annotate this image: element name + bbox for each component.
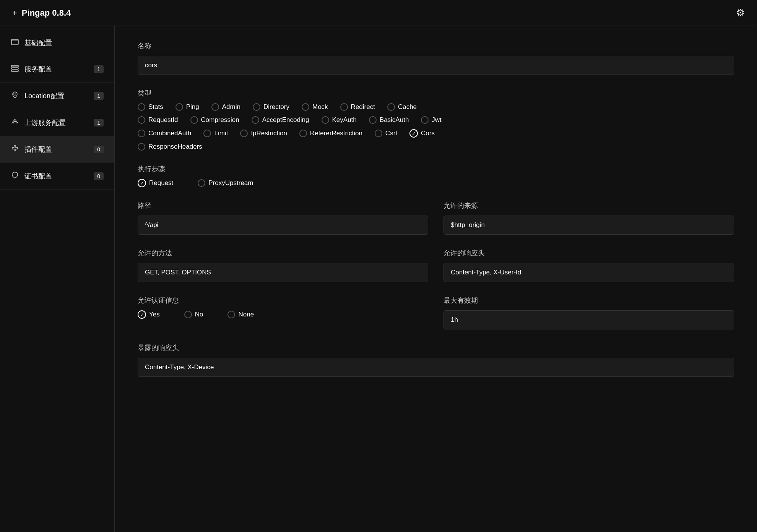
sidebar-item-upstream[interactable]: 上游服务配置 1 (0, 109, 114, 136)
sidebar-item-service[interactable]: 服务配置 1 (0, 56, 114, 83)
sidebar-item-basic[interactable]: 基础配置 (0, 30, 114, 56)
iprestriction-label: IpRestriction (251, 130, 287, 137)
credentials-yes-label: Yes (149, 311, 160, 318)
svg-rect-2 (11, 65, 18, 67)
response-headers-input[interactable] (443, 263, 734, 282)
type-admin[interactable]: Admin (211, 103, 240, 111)
type-ping[interactable]: Ping (175, 103, 199, 111)
credentials-none-label: None (238, 311, 254, 318)
step-section: 执行步骤 ✓ Request ProxyUpstream (138, 164, 734, 187)
credentials-no[interactable]: No (184, 311, 203, 318)
credentials-none-radio (227, 311, 235, 318)
type-keyauth[interactable]: KeyAuth (322, 116, 357, 124)
type-cors[interactable]: ✓ Cors (409, 129, 435, 138)
cors-label: Cors (421, 130, 435, 137)
limit-radio (203, 130, 211, 137)
acceptencoding-label: AcceptEncoding (262, 116, 309, 124)
ping-label: Ping (186, 103, 199, 111)
cors-check: ✓ (409, 129, 418, 138)
methods-field: 允许的方法 (138, 248, 428, 282)
upstream-config-label: 上游服务配置 (24, 118, 66, 127)
path-input[interactable] (138, 216, 428, 235)
stats-label: Stats (148, 103, 163, 111)
type-acceptencoding[interactable]: AcceptEncoding (252, 116, 309, 124)
sidebar-item-cert[interactable]: 证书配置 0 (0, 163, 114, 190)
type-redirect[interactable]: Redirect (340, 103, 375, 111)
cert-config-icon (11, 171, 19, 181)
type-referrerrestriction[interactable]: RefererRestriction (299, 130, 362, 137)
redirect-radio (340, 103, 348, 111)
type-cache[interactable]: Cache (387, 103, 417, 111)
type-compression[interactable]: Compression (190, 116, 239, 124)
requestid-radio (138, 116, 145, 124)
limit-label: Limit (214, 130, 228, 137)
methods-rheaders-section: 允许的方法 允许的响应头 (138, 248, 734, 282)
credentials-no-radio (184, 311, 192, 318)
compression-radio (190, 116, 198, 124)
plugin-config-icon (11, 144, 19, 154)
directory-radio (253, 103, 260, 111)
sidebar: 基础配置 服务配置 1 (0, 26, 115, 532)
credentials-radio-group: ✓ Yes No None (138, 310, 428, 319)
combinedauth-radio (138, 130, 145, 137)
request-label: Request (149, 179, 173, 187)
stats-radio (138, 103, 145, 111)
type-label: 类型 (138, 89, 734, 98)
type-directory[interactable]: Directory (253, 103, 289, 111)
type-requestid[interactable]: RequestId (138, 116, 178, 124)
referrerrestriction-label: RefererRestriction (310, 130, 362, 137)
path-label: 路径 (138, 201, 428, 210)
type-jwt[interactable]: Jwt (421, 116, 442, 124)
redirect-label: Redirect (351, 103, 375, 111)
max-age-field: 最大有效期 (443, 296, 734, 329)
type-section: 类型 Stats Ping Admin Directory (138, 89, 734, 151)
type-limit[interactable]: Limit (203, 130, 228, 137)
svg-point-5 (14, 93, 16, 95)
location-config-icon (11, 91, 19, 101)
expose-headers-label: 暴露的响应头 (138, 343, 734, 352)
credentials-yes-check: ✓ (138, 310, 146, 319)
expose-headers-section: 暴露的响应头 (138, 343, 734, 377)
mock-radio (302, 103, 309, 111)
settings-icon[interactable]: ⚙ (736, 7, 745, 19)
acceptencoding-radio (252, 116, 259, 124)
credentials-none[interactable]: None (227, 311, 254, 318)
type-combinedauth[interactable]: CombinedAuth (138, 130, 191, 137)
sidebar-item-location[interactable]: Location配置 1 (0, 83, 114, 109)
responseheaders-radio (138, 143, 145, 151)
app-title: Pingap 0.8.4 (22, 8, 71, 18)
type-responseheaders[interactable]: ResponseHeaders (138, 143, 202, 151)
proxyupstream-label: ProxyUpstream (208, 179, 253, 187)
location-config-label: Location配置 (24, 91, 64, 101)
type-radio-group: Stats Ping Admin Directory Mock (138, 103, 734, 151)
credentials-maxage-section: 允许认证信息 ✓ Yes No None (138, 296, 734, 329)
type-csrf[interactable]: Csrf (375, 130, 397, 137)
sidebar-item-plugin[interactable]: 插件配置 0 (0, 136, 114, 163)
type-mock[interactable]: Mock (302, 103, 328, 111)
main-layout: 基础配置 服务配置 1 (0, 26, 757, 532)
app-logo: + (12, 8, 17, 18)
admin-radio (211, 103, 219, 111)
step-request[interactable]: ✓ Request (138, 179, 173, 187)
path-field: 路径 (138, 201, 428, 235)
type-basicauth[interactable]: BasicAuth (369, 116, 409, 124)
basic-config-icon (11, 39, 19, 47)
credentials-label: 允许认证信息 (138, 296, 428, 305)
type-stats[interactable]: Stats (138, 103, 163, 111)
origin-input[interactable] (443, 216, 734, 235)
max-age-input[interactable] (443, 310, 734, 329)
methods-label: 允许的方法 (138, 248, 428, 258)
referrerrestriction-radio (299, 130, 307, 137)
name-input[interactable] (138, 56, 734, 75)
type-iprestriction[interactable]: IpRestriction (240, 130, 287, 137)
requestid-label: RequestId (148, 116, 178, 124)
compression-label: Compression (201, 116, 239, 124)
origin-field: 允许的来源 (443, 201, 734, 235)
expose-headers-input[interactable] (138, 358, 734, 377)
credentials-yes[interactable]: ✓ Yes (138, 310, 160, 319)
step-proxyupstream[interactable]: ProxyUpstream (198, 179, 253, 187)
upstream-config-icon (11, 118, 19, 127)
csrf-label: Csrf (385, 130, 397, 137)
svg-rect-4 (11, 70, 18, 71)
methods-input[interactable] (138, 263, 428, 282)
